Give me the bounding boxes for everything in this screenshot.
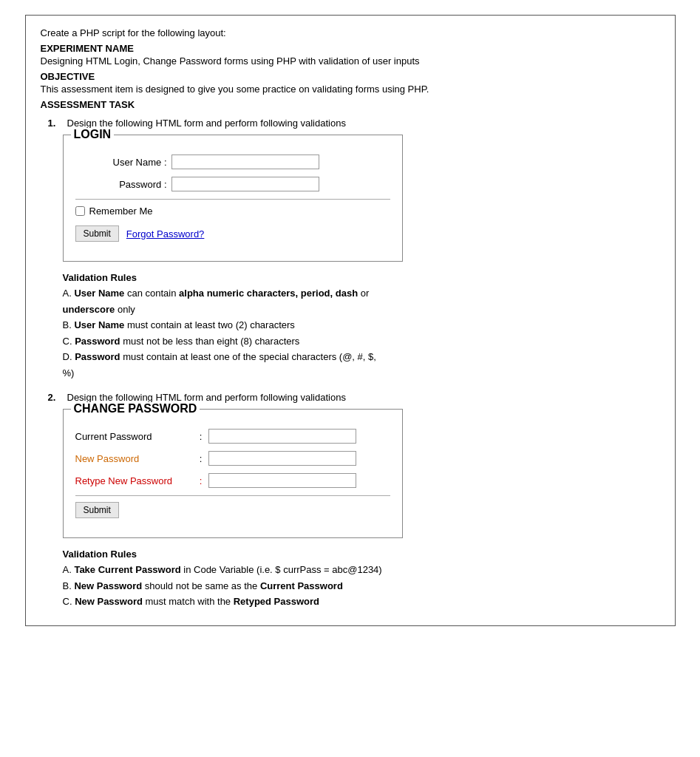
retype-pw-input[interactable]	[208, 473, 356, 488]
new-pw-colon: :	[194, 453, 208, 464]
login-submit-row: Submit Forgot Password?	[75, 225, 390, 242]
rule-a-underscore: underscore	[63, 304, 115, 315]
intro-line: Create a PHP script for the following la…	[41, 27, 660, 38]
task2-validation-title: Validation Rules	[63, 549, 660, 560]
task2-rule-b: B. New Password should not be same as th…	[63, 579, 660, 594]
password-input[interactable]	[171, 177, 319, 191]
rule-d-bold: Password	[75, 351, 120, 362]
rule2-b-bold1: New Password	[74, 580, 142, 591]
change-pw-submit-row: Submit	[75, 502, 390, 518]
task2-number: 2.	[48, 392, 63, 403]
password-label: Password :	[75, 179, 171, 190]
main-container: Create a PHP script for the following la…	[25, 15, 676, 626]
task1-rule-c: C. Password must not be less than eight …	[63, 334, 660, 349]
task2-container: 2. Design the following HTML form and pe…	[48, 392, 660, 609]
current-pw-input[interactable]	[208, 429, 356, 444]
experiment-value: Designing HTML Login, Change Password fo…	[41, 55, 660, 67]
remember-checkbox[interactable]	[75, 206, 85, 216]
task2-validation: Validation Rules A. Take Current Passwor…	[63, 549, 660, 609]
task2-rule-a: A. Take Current Password in Code Variabl…	[63, 563, 660, 577]
change-pw-submit-button[interactable]: Submit	[75, 502, 119, 518]
username-input[interactable]	[171, 155, 319, 169]
task2-header: 2. Design the following HTML form and pe…	[48, 392, 660, 403]
intro-text: Create a PHP script for the following la…	[41, 27, 226, 38]
task1-validation: Validation Rules A. User Name can contai…	[63, 272, 660, 380]
new-pw-label: New Password	[75, 453, 194, 464]
current-pw-colon: :	[194, 431, 208, 442]
login-legend: LOGIN	[71, 128, 115, 141]
form-divider	[75, 199, 390, 200]
task1-rule-a2: underscore only	[63, 302, 660, 317]
task1-number: 1.	[48, 118, 63, 129]
change-pw-legend: CHANGE PASSWORD	[71, 402, 200, 415]
assessment-label: ASSESSMENT TASK	[41, 99, 660, 110]
objective-value: This assessment item is designed to give…	[41, 84, 660, 95]
task1-rule-b: B. User Name must contain at least two (…	[63, 318, 660, 333]
rule2-c-bold2: Retyped Password	[234, 596, 319, 607]
rule2-a-bold: Take Current Password	[74, 564, 180, 575]
password-row: Password :	[75, 177, 390, 191]
remember-label: Remember Me	[89, 206, 153, 217]
task2-rule-c: C. New Password must match with the Rety…	[63, 594, 660, 609]
current-pw-row: Current Password :	[75, 429, 390, 444]
rule-a-bold2: alpha numeric characters, period, dash	[179, 288, 358, 299]
experiment-label: EXPERIMENT NAME	[41, 43, 660, 54]
task1-rule-d2: %)	[63, 366, 660, 381]
rule2-b-bold2: Current Password	[260, 580, 343, 591]
forgot-password-link[interactable]: Forgot Password?	[126, 228, 205, 240]
new-pw-input[interactable]	[208, 451, 356, 466]
change-pw-form-box: CHANGE PASSWORD Current Password : New P…	[63, 409, 403, 538]
task1-header: 1. Design the following HTML form and pe…	[48, 118, 660, 129]
task1-description: Design the following HTML form and perfo…	[67, 118, 346, 129]
rule-b-bold: User Name	[74, 319, 124, 330]
rule2-c-bold1: New Password	[75, 596, 143, 607]
rule-a-bold1: User Name	[74, 288, 124, 299]
remember-me-row: Remember Me	[75, 206, 390, 217]
task1-validation-title: Validation Rules	[63, 272, 660, 283]
task2-description: Design the following HTML form and perfo…	[67, 392, 346, 403]
task1-rule-d: D. Password must contain at least one of…	[63, 350, 660, 364]
objective-label: OBJECTIVE	[41, 71, 660, 82]
username-row: User Name :	[75, 155, 390, 169]
task1-rule-a: A. User Name can contain alpha numeric c…	[63, 286, 660, 301]
username-label: User Name :	[75, 157, 171, 168]
current-pw-label: Current Password	[75, 431, 194, 442]
new-pw-row: New Password :	[75, 451, 390, 466]
login-submit-button[interactable]: Submit	[75, 225, 119, 242]
retype-pw-colon: :	[194, 475, 208, 486]
retype-pw-label: Retype New Password	[75, 475, 194, 486]
task1-container: 1. Design the following HTML form and pe…	[48, 118, 660, 380]
retype-pw-row: Retype New Password :	[75, 473, 390, 488]
login-form-box: LOGIN User Name : Password : Remember Me…	[63, 135, 403, 262]
rule-c-bold: Password	[75, 336, 120, 347]
change-pw-divider	[75, 495, 390, 496]
